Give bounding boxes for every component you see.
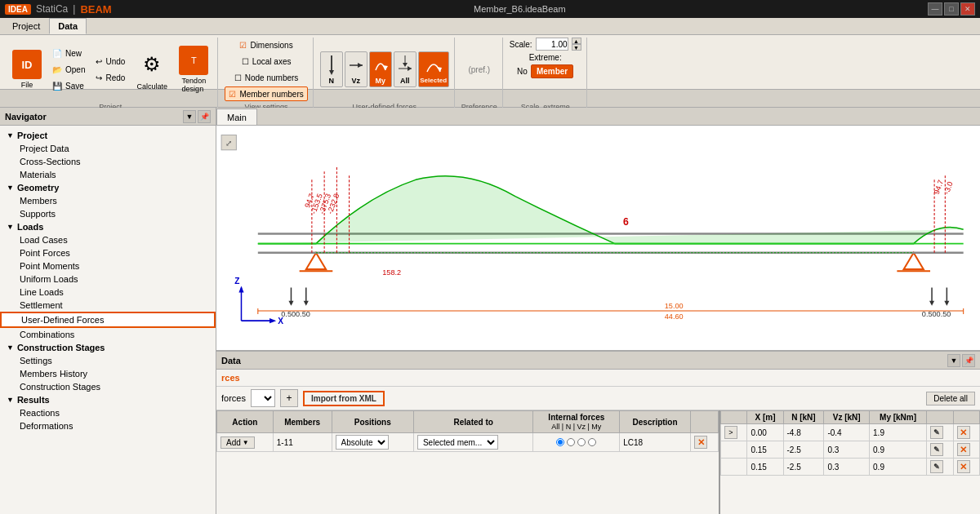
left-pos-label: 0.500.50	[281, 310, 310, 318]
tree-item-members-history[interactable]: Members History	[0, 367, 216, 380]
file-button[interactable]: ID File	[8, 47, 46, 91]
delete-all-button[interactable]: Delete all	[926, 392, 975, 405]
delete-row-button-3[interactable]: ✕	[957, 460, 970, 473]
th-expand	[721, 411, 747, 424]
tendon-design-button[interactable]: T Tendondesign	[175, 43, 212, 95]
td-description: LC18	[620, 433, 691, 452]
related-to-dropdown[interactable]: Selected mem...	[417, 435, 498, 450]
loads-arrow: ▼	[7, 223, 14, 231]
td-x-2: 0.15	[747, 441, 783, 459]
member-button[interactable]: Member	[531, 64, 573, 78]
delete-row-button-2[interactable]: ✕	[957, 443, 970, 456]
svg-marker-8	[403, 63, 408, 67]
navigator-title: Navigator	[5, 112, 47, 122]
td-del-2: ✕	[953, 441, 979, 459]
beam-visualization: ⤢	[216, 126, 980, 350]
description-value: LC18	[623, 438, 643, 447]
navigator-pin-button[interactable]: 📌	[198, 110, 211, 123]
force-n-button[interactable]: N	[320, 51, 343, 87]
scale-down-button[interactable]: ▼	[572, 44, 581, 51]
force-all-button[interactable]: All	[394, 51, 416, 87]
tree-item-line-loads[interactable]: Line Loads	[0, 286, 216, 299]
radio-vz[interactable]	[577, 438, 586, 446]
app-name: StatiCa	[36, 3, 68, 15]
main-tab[interactable]: Main	[216, 109, 257, 125]
delete-row-button-1[interactable]: ✕	[957, 426, 970, 439]
tree-item-load-cases[interactable]: Load Cases	[0, 233, 216, 246]
redo-button[interactable]: ↪ Redo	[91, 70, 129, 85]
tree-item-point-forces[interactable]: Point Forces	[0, 246, 216, 259]
tree-item-construction-stages[interactable]: Construction Stages	[0, 380, 216, 393]
tree-item-settlement[interactable]: Settlement	[0, 299, 216, 312]
tree-item-point-moments[interactable]: Point Moments	[0, 259, 216, 273]
tree-item-members[interactable]: Members	[0, 194, 216, 207]
radio-my[interactable]	[588, 438, 596, 446]
tab-project[interactable]: Project	[3, 18, 49, 34]
data-panel-menu-button[interactable]: ▼	[947, 354, 960, 367]
navigator-tree: ▼ Project Project Data Cross-Sections Ma…	[0, 126, 216, 514]
tree-header-project[interactable]: ▼ Project	[0, 129, 216, 142]
td-edit-2: ✎	[927, 441, 953, 459]
tree-header-results[interactable]: ▼ Results	[0, 393, 216, 406]
force-vz-button[interactable]: Vz	[345, 51, 368, 87]
data-panel-toolbar: forces + Import from XML Delete all	[216, 387, 980, 410]
tree-item-combinations[interactable]: Combinations	[0, 328, 216, 341]
main-layout: Navigator ▼ 📌 ▼ Project Project Data Cro…	[0, 108, 980, 514]
expand-button[interactable]: >	[724, 426, 737, 439]
tab-data[interactable]: Data	[49, 18, 87, 34]
add-row-icon-button[interactable]: +	[280, 389, 298, 407]
tree-item-cross-sections[interactable]: Cross-Sections	[0, 155, 216, 168]
tree-header-loads[interactable]: ▼ Loads	[0, 220, 216, 233]
tree-item-user-defined-forces[interactable]: User-Defined Forces	[0, 312, 216, 328]
svg-marker-9	[408, 66, 412, 71]
force-selected-label: Selected	[420, 78, 447, 85]
new-button[interactable]: 📄 New	[48, 46, 89, 60]
force-selected-button[interactable]: Selected	[418, 51, 449, 87]
tree-item-settings[interactable]: Settings	[0, 354, 216, 367]
tree-item-materials[interactable]: Materials	[0, 168, 216, 181]
close-button[interactable]: ✕	[960, 2, 975, 16]
scale-input[interactable]	[536, 38, 568, 51]
td-n-1: -4.8	[783, 424, 824, 441]
filter-dropdown[interactable]	[251, 389, 275, 407]
navigator-menu-button[interactable]: ▼	[183, 110, 196, 123]
data-panel-pin-button[interactable]: 📌	[962, 354, 975, 367]
tree-header-construction[interactable]: ▼ Construction Stages	[0, 341, 216, 354]
minimize-button[interactable]: —	[928, 2, 942, 16]
save-button[interactable]: 💾 Save	[48, 78, 89, 93]
import-xml-button[interactable]: Import from XML	[303, 391, 385, 406]
tree-item-uniform-loads[interactable]: Uniform Loads	[0, 273, 216, 286]
action-cell: Add ▼	[220, 436, 270, 449]
open-icon: 📂	[52, 65, 62, 74]
undo-button[interactable]: ↩ Undo	[91, 54, 129, 69]
force-my-button[interactable]: My	[369, 51, 392, 87]
radio-n[interactable]	[567, 438, 575, 446]
member-num-check-icon: ☑	[229, 90, 236, 99]
tree-item-reactions[interactable]: Reactions	[0, 406, 216, 419]
edit-row-button-2[interactable]: ✎	[930, 443, 943, 456]
edit-row-button-1[interactable]: ✎	[930, 426, 943, 439]
maximize-button[interactable]: □	[944, 2, 959, 16]
mid-dim-label: 15.00	[665, 302, 684, 310]
tree-item-deformations[interactable]: Deformations	[0, 419, 216, 432]
radio-all[interactable]	[556, 438, 564, 446]
positions-dropdown[interactable]: Absolute	[336, 435, 389, 450]
tree-item-supports[interactable]: Supports	[0, 207, 216, 220]
tree-section-construction: ▼ Construction Stages Settings Members H…	[0, 341, 216, 393]
force-all-icon	[397, 54, 413, 75]
edit-row-button-3[interactable]: ✎	[930, 460, 943, 473]
node-numbers-checkbox[interactable]: ☐ Node numbers	[230, 70, 303, 85]
tree-header-geometry[interactable]: ▼ Geometry	[0, 181, 216, 194]
td-expand: >	[721, 424, 747, 441]
preference-buttons: (pref.)	[468, 38, 490, 101]
td-related-to: Selected mem...	[413, 433, 533, 452]
tree-item-project-data[interactable]: Project Data	[0, 142, 216, 155]
dimensions-checkbox[interactable]: ☑ Dimensions	[235, 38, 296, 52]
calculate-button[interactable]: ⚙ Calculate	[131, 46, 172, 93]
open-button[interactable]: 📂 Open	[48, 62, 89, 77]
delete-row-button[interactable]: ✕	[694, 436, 707, 449]
add-action-button[interactable]: Add ▼	[220, 436, 255, 449]
member-numbers-checkbox[interactable]: ☑ Member numbers	[225, 86, 307, 101]
scale-up-button[interactable]: ▲	[572, 38, 581, 44]
local-axes-checkbox[interactable]: ☐ Local axes	[238, 54, 296, 69]
